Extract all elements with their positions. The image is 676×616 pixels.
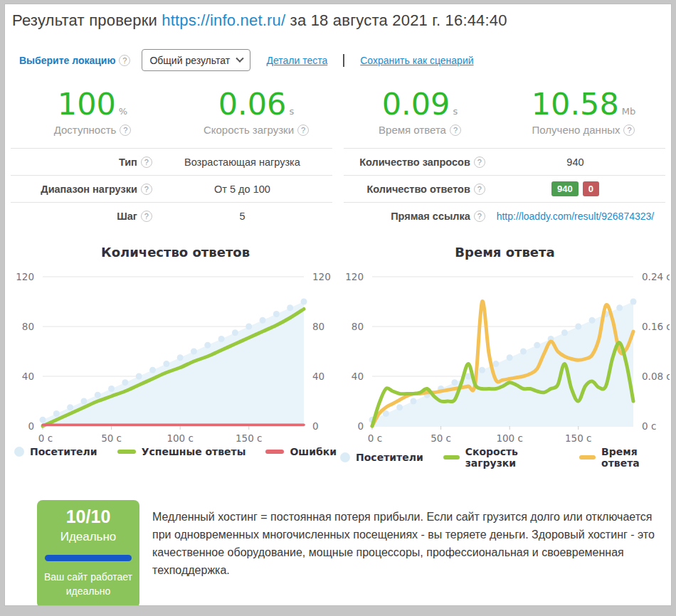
load-speed-help-icon[interactable]: ? xyxy=(297,124,309,136)
legend-label: Ошибки xyxy=(290,446,337,457)
summary-section: 10/10 Идеально Ваш сайт работает идеальн… xyxy=(37,500,665,606)
requests-count-label: Количество запросов xyxy=(359,156,470,168)
svg-text:80: 80 xyxy=(22,321,34,332)
availability-label: Доступность xyxy=(54,124,117,136)
svg-text:150 с: 150 с xyxy=(565,432,591,444)
visitors-legend-marker xyxy=(14,447,24,457)
load-speed-unit: s xyxy=(289,106,294,117)
svg-text:40: 40 xyxy=(22,371,34,382)
type-label: Тип xyxy=(119,156,137,168)
responses-chart-legend: Посетители Успешные ответы Ошибки xyxy=(14,446,337,457)
page-title-suffix: за 18 августа 2021 г. 16:44:40 xyxy=(285,11,507,29)
load-speed-legend-marker xyxy=(443,455,460,460)
svg-text:80: 80 xyxy=(352,321,364,332)
response-time-help-icon[interactable]: ? xyxy=(450,124,461,136)
svg-text:100 с: 100 с xyxy=(167,432,193,444)
svg-text:120: 120 xyxy=(16,271,34,282)
score-value: 10/10 xyxy=(43,506,134,527)
error-count-badge: 0 xyxy=(583,181,599,196)
load-range-help-icon[interactable]: ? xyxy=(141,184,152,195)
step-value: 5 xyxy=(152,211,332,222)
data-received-help-icon[interactable]: ? xyxy=(623,124,635,136)
data-received-value: 10.58 xyxy=(532,86,619,122)
type-value: Возрастающая нагрузка xyxy=(152,156,332,168)
requests-count-value: 940 xyxy=(485,156,665,168)
response-time-legend-marker xyxy=(579,455,596,460)
svg-text:0.16 с: 0.16 с xyxy=(642,321,670,332)
svg-text:0: 0 xyxy=(312,420,319,432)
svg-text:80: 80 xyxy=(312,321,324,332)
metric-data-received: 10.58Mb Получено данных? xyxy=(502,88,665,136)
response-time-unit: s xyxy=(453,106,458,117)
svg-text:150 с: 150 с xyxy=(236,432,262,444)
svg-text:40: 40 xyxy=(312,371,324,382)
test-details-link[interactable]: Детали теста xyxy=(266,55,327,66)
controls-bar: Выберите локацию ? Общий результат Детал… xyxy=(19,49,665,71)
step-help-icon[interactable]: ? xyxy=(141,211,152,222)
hosting-advice-text: Медленный хостинг = постоянная потеря пр… xyxy=(152,508,656,606)
metrics-row: 100% Доступность? 0.06s Скорость загрузк… xyxy=(11,88,665,136)
score-card: 10/10 Идеально Ваш сайт работает идеальн… xyxy=(37,500,139,606)
responses-chart: Количество ответов 12012080804040000 с50… xyxy=(11,245,340,469)
table-row: Шаг? 5 xyxy=(11,202,332,229)
direct-link-label: Прямая ссылка xyxy=(391,211,470,222)
score-note: Ваш сайт работает идеально xyxy=(43,570,134,599)
load-speed-value: 0.06 xyxy=(218,86,287,122)
legend-label: Время ответа xyxy=(601,446,670,469)
legend-label: Посетители xyxy=(30,446,97,457)
svg-text:100 с: 100 с xyxy=(496,432,522,444)
location-help-icon[interactable]: ? xyxy=(119,55,130,66)
table-row: Прямая ссылка? http://loaddy.com/result/… xyxy=(344,202,665,229)
data-received-label: Получено данных xyxy=(532,124,620,136)
save-scenario-link[interactable]: Сохранить как сценарий xyxy=(360,55,473,66)
table-row: Количество запросов? 940 xyxy=(344,148,665,175)
svg-text:0: 0 xyxy=(28,420,34,432)
response-time-chart-title: Время ответа xyxy=(455,245,554,260)
type-help-icon[interactable]: ? xyxy=(141,156,152,168)
location-select[interactable]: Общий результат xyxy=(142,49,250,71)
svg-text:0.24 с: 0.24 с xyxy=(642,271,670,282)
svg-text:120: 120 xyxy=(312,271,331,282)
result-direct-link[interactable]: http://loaddy.com/result/926874323/ xyxy=(497,211,655,222)
availability-unit: % xyxy=(119,106,127,117)
metric-load-speed: 0.06s Скорость загрузки? xyxy=(174,88,338,136)
table-row: Тип? Возрастающая нагрузка xyxy=(11,148,332,175)
svg-text:50 с: 50 с xyxy=(431,432,451,444)
success-legend-marker xyxy=(117,450,136,454)
metric-availability: 100% Доступность? xyxy=(11,88,174,136)
page-title: Результат проверки https://info.net.ru/ … xyxy=(12,11,665,30)
location-select-value: Общий результат xyxy=(149,55,230,66)
parameters-left: Тип? Возрастающая нагрузка Диапазон нагр… xyxy=(11,148,332,229)
svg-text:0: 0 xyxy=(357,420,364,432)
direct-link-help-icon[interactable]: ? xyxy=(474,211,485,222)
tested-site-link[interactable]: https://info.net.ru/ xyxy=(162,11,285,29)
responses-count-label: Количество ответов xyxy=(366,184,470,195)
visitors-legend-marker xyxy=(340,452,350,462)
legend-label: Успешные ответы xyxy=(142,446,246,457)
svg-text:0 с: 0 с xyxy=(642,420,656,432)
step-label: Шаг xyxy=(117,211,137,222)
svg-text:0.08 с: 0.08 с xyxy=(642,371,670,382)
requests-count-help-icon[interactable]: ? xyxy=(474,156,485,168)
errors-legend-marker xyxy=(265,450,284,454)
load-range-value: От 5 до 100 xyxy=(152,184,332,195)
table-row: Количество ответов? 9400 xyxy=(344,175,665,202)
parameters-right: Количество запросов? 940 Количество отве… xyxy=(344,148,665,229)
load-speed-label: Скорость загрузки xyxy=(204,124,294,136)
score-progress-bar xyxy=(45,555,132,561)
legend-label: Скорость загрузки xyxy=(465,446,560,469)
response-time-label: Время ответа xyxy=(379,124,446,136)
legend-label: Посетители xyxy=(356,452,423,463)
links-divider xyxy=(343,54,344,67)
chevron-down-icon xyxy=(236,54,244,62)
score-grade: Идеально xyxy=(43,530,134,544)
svg-text:50 с: 50 с xyxy=(101,432,122,444)
response-time-chart-plot: 1200.24 с800.16 с400.08 с00 с0 с50 с100 … xyxy=(340,264,670,446)
responses-chart-plot: 12012080804040000 с50 с100 с150 с xyxy=(11,264,340,446)
location-label: Выберите локацию xyxy=(19,55,115,66)
result-page: Результат проверки https://info.net.ru/ … xyxy=(4,4,672,606)
availability-help-icon[interactable]: ? xyxy=(120,124,131,136)
response-time-chart: Время ответа 1200.24 с800.16 с400.08 с00… xyxy=(340,245,670,469)
responses-count-help-icon[interactable]: ? xyxy=(474,184,485,195)
metric-response-time: 0.09s Время ответа? xyxy=(338,88,502,136)
